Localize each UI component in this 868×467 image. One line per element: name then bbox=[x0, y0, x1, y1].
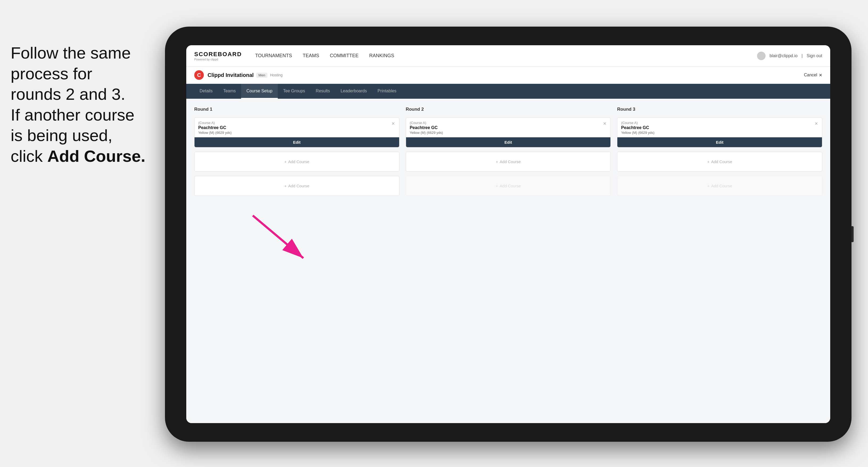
round-1-course-name: Peachtree GC bbox=[198, 125, 395, 130]
tablet-screen: SCOREBOARD Powered by clippd TOURNAMENTS… bbox=[186, 45, 830, 423]
nav-tournaments[interactable]: TOURNAMENTS bbox=[255, 53, 292, 59]
pipe: | bbox=[802, 54, 803, 58]
round-3-add-course-1[interactable]: + Add Course bbox=[617, 152, 822, 172]
round-3-course-inner: (Course A) Peachtree GC Yellow (M) (6629… bbox=[617, 118, 822, 135]
round-1-title: Round 1 bbox=[194, 107, 399, 112]
tab-details[interactable]: Details bbox=[194, 84, 218, 99]
round-2-column: Round 2 (Course A) Peachtree GC Yellow (… bbox=[406, 107, 611, 415]
nav-right: blair@clippd.io | Sign out bbox=[757, 52, 822, 60]
round-3-course-name: Peachtree GC bbox=[621, 125, 818, 130]
round-2-add-course-2: + Add Course bbox=[406, 176, 611, 196]
round-1-add-course-1[interactable]: + Add Course bbox=[194, 152, 399, 172]
main-content: Round 1 (Course A) Peachtree GC Yellow (… bbox=[186, 99, 830, 423]
top-nav: SCOREBOARD Powered by clippd TOURNAMENTS… bbox=[186, 45, 830, 66]
tab-results[interactable]: Results bbox=[311, 84, 335, 99]
nav-teams[interactable]: TEAMS bbox=[303, 53, 319, 59]
instruction-block: Follow the same process for rounds 2 and… bbox=[0, 42, 168, 166]
round-2-delete-icon[interactable]: ✕ bbox=[601, 120, 608, 127]
cancel-button[interactable]: Cancel ✕ bbox=[804, 73, 822, 78]
round-1-add-course-2[interactable]: + Add Course bbox=[194, 176, 399, 196]
tournament-name: Clippd Invitational bbox=[208, 72, 254, 78]
round-3-course-label: (Course A) bbox=[621, 121, 818, 125]
tablet-device: SCOREBOARD Powered by clippd TOURNAMENTS… bbox=[165, 27, 851, 442]
round-2-course-name: Peachtree GC bbox=[410, 125, 607, 130]
hosting-badge: Hosting bbox=[270, 73, 283, 77]
round-3-add-course-2: + Add Course bbox=[617, 176, 822, 196]
round-2-plus-icon-2: + bbox=[496, 184, 498, 188]
plus-icon-2: + bbox=[284, 184, 287, 188]
round-1-course-card: (Course A) Peachtree GC Yellow (M) (6629… bbox=[194, 117, 399, 148]
round-1-course-label: (Course A) bbox=[198, 121, 395, 125]
nav-committee[interactable]: COMMITTEE bbox=[330, 53, 359, 59]
plus-icon: + bbox=[284, 159, 287, 164]
round-3-column: Round 3 (Course A) Peachtree GC Yellow (… bbox=[617, 107, 822, 415]
sign-out-link[interactable]: Sign out bbox=[807, 54, 822, 58]
tab-course-setup[interactable]: Course Setup bbox=[241, 84, 278, 99]
round-3-plus-icon: + bbox=[707, 159, 710, 164]
cancel-icon: ✕ bbox=[819, 73, 822, 78]
round-1-delete-icon[interactable]: ✕ bbox=[390, 120, 397, 127]
round-1-column: Round 1 (Course A) Peachtree GC Yellow (… bbox=[194, 107, 399, 415]
nav-rankings[interactable]: RANKINGS bbox=[369, 53, 394, 59]
round-2-title: Round 2 bbox=[406, 107, 611, 112]
tabs-bar: Details Teams Course Setup Tee Groups Re… bbox=[186, 84, 830, 99]
round-2-course-inner: (Course A) Peachtree GC Yellow (M) (6629… bbox=[406, 118, 611, 135]
round-1-edit-button[interactable]: Edit bbox=[194, 137, 399, 147]
round-1-course-detail: Yellow (M) (6629 yds) bbox=[198, 131, 395, 135]
tournament-logo: C bbox=[194, 70, 204, 80]
tablet-side-button bbox=[851, 226, 854, 242]
tournament-header: C Clippd Invitational Men Hosting Cancel… bbox=[186, 66, 830, 84]
scoreboard-logo: SCOREBOARD Powered by clippd bbox=[194, 51, 242, 61]
tab-printables[interactable]: Printables bbox=[372, 84, 402, 99]
round-3-delete-icon[interactable]: ✕ bbox=[813, 120, 819, 127]
round-2-course-card: (Course A) Peachtree GC Yellow (M) (6629… bbox=[406, 117, 611, 148]
tournament-badge: Men bbox=[256, 73, 267, 78]
round-3-course-detail: Yellow (M) (6629 yds) bbox=[621, 131, 818, 135]
instruction-bold: Add Course. bbox=[48, 147, 146, 165]
tab-teams[interactable]: Teams bbox=[218, 84, 241, 99]
powered-by: Powered by clippd bbox=[194, 58, 242, 61]
round-3-title: Round 3 bbox=[617, 107, 822, 112]
tab-tee-groups[interactable]: Tee Groups bbox=[278, 84, 311, 99]
round-2-course-detail: Yellow (M) (6629 yds) bbox=[410, 131, 607, 135]
instruction-text: Follow the same process for rounds 2 and… bbox=[11, 44, 145, 165]
round-3-course-card: (Course A) Peachtree GC Yellow (M) (6629… bbox=[617, 117, 822, 148]
round-2-course-label: (Course A) bbox=[410, 121, 607, 125]
round-1-course-inner: (Course A) Peachtree GC Yellow (M) (6629… bbox=[194, 118, 399, 135]
tournament-logo-letter: C bbox=[197, 72, 201, 78]
round-2-edit-button[interactable]: Edit bbox=[406, 137, 611, 147]
user-email: blair@clippd.io bbox=[770, 54, 798, 58]
user-avatar bbox=[757, 52, 766, 60]
tab-leaderboards[interactable]: Leaderboards bbox=[335, 84, 372, 99]
round-3-edit-button[interactable]: Edit bbox=[617, 137, 822, 147]
logo-text: SCOREBOARD bbox=[194, 51, 242, 58]
round-2-plus-icon: + bbox=[496, 159, 498, 164]
nav-links: TOURNAMENTS TEAMS COMMITTEE RANKINGS bbox=[255, 53, 757, 59]
round-3-plus-icon-2: + bbox=[707, 184, 710, 188]
round-2-add-course-1[interactable]: + Add Course bbox=[406, 152, 611, 172]
